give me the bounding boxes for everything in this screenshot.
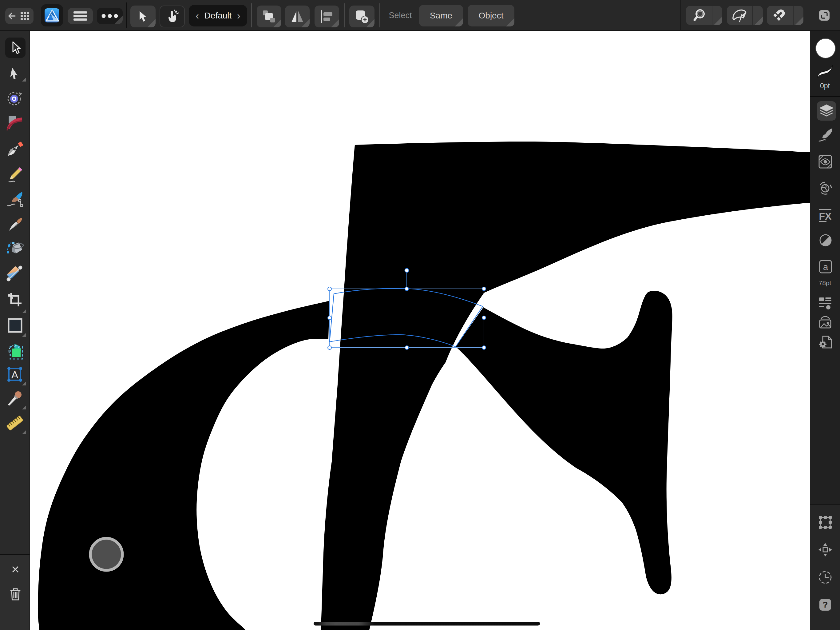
svg-text:a: a xyxy=(823,262,828,272)
svg-text:A: A xyxy=(11,369,19,380)
svg-text:FX: FX xyxy=(819,211,832,222)
